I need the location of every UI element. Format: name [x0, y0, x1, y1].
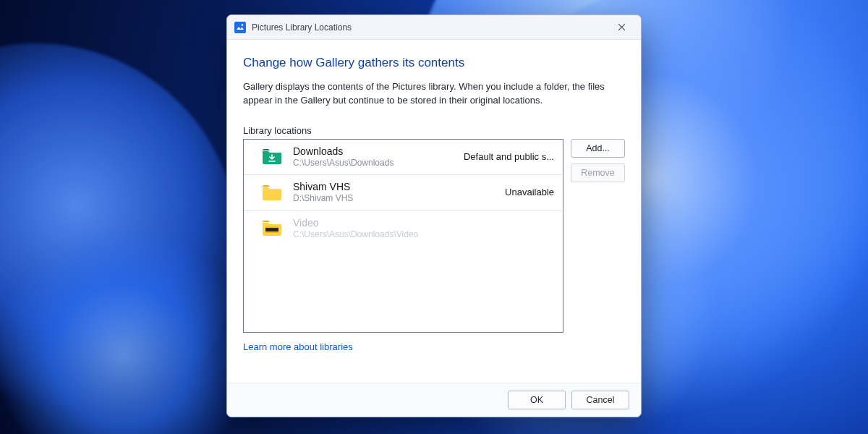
- location-text: DownloadsC:\Users\Asus\Downloads: [293, 145, 456, 168]
- library-locations-listbox[interactable]: DownloadsC:\Users\Asus\DownloadsDefault …: [243, 139, 563, 333]
- yellow-folder-icon: [261, 183, 283, 202]
- cancel-button[interactable]: Cancel: [571, 391, 629, 409]
- location-item[interactable]: VideoC:\Users\Asus\Downloads\Video: [244, 211, 563, 246]
- photos-app-icon: [234, 22, 246, 33]
- ok-button[interactable]: OK: [508, 391, 566, 409]
- svg-rect-0: [234, 22, 246, 33]
- add-button[interactable]: Add...: [571, 139, 625, 158]
- location-status: Unavailable: [505, 187, 554, 197]
- remove-button: Remove: [571, 163, 625, 182]
- close-icon: [618, 23, 626, 31]
- location-item[interactable]: Shivam VHSD:\Shivam VHSUnavailable: [244, 175, 563, 210]
- location-text: Shivam VHSD:\Shivam VHS: [293, 181, 498, 203]
- content-heading: Change how Gallery gathers its contents: [243, 56, 625, 70]
- download-folder-icon: [261, 147, 283, 166]
- learn-more-link[interactable]: Learn more about libraries: [243, 341, 353, 352]
- dialog-footer: OK Cancel: [227, 383, 641, 417]
- content-description: Gallery displays the contents of the Pic…: [243, 80, 605, 108]
- video-folder-icon: [261, 218, 283, 237]
- location-path: D:\Shivam VHS: [293, 193, 498, 203]
- location-name: Downloads: [293, 145, 456, 157]
- location-name: Shivam VHS: [293, 181, 498, 192]
- svg-rect-4: [265, 231, 278, 233]
- dialog-content: Change how Gallery gathers its contents …: [227, 40, 641, 383]
- location-item[interactable]: DownloadsC:\Users\Asus\DownloadsDefault …: [244, 140, 563, 175]
- svg-point-1: [242, 24, 244, 26]
- dialog-title: Pictures Library Locations: [252, 22, 352, 33]
- library-locations-dialog: Pictures Library Locations Change how Ga…: [226, 14, 642, 417]
- close-button[interactable]: [609, 15, 634, 40]
- location-text: VideoC:\Users\Asus\Downloads\Video: [293, 217, 554, 239]
- svg-rect-3: [265, 226, 278, 228]
- library-locations-label: Library locations: [243, 125, 625, 136]
- location-path: C:\Users\Asus\Downloads: [293, 158, 456, 168]
- location-status: Default and public s...: [464, 151, 554, 162]
- location-name: Video: [293, 217, 554, 229]
- titlebar: Pictures Library Locations: [227, 15, 641, 40]
- location-path: C:\Users\Asus\Downloads\Video: [293, 229, 554, 239]
